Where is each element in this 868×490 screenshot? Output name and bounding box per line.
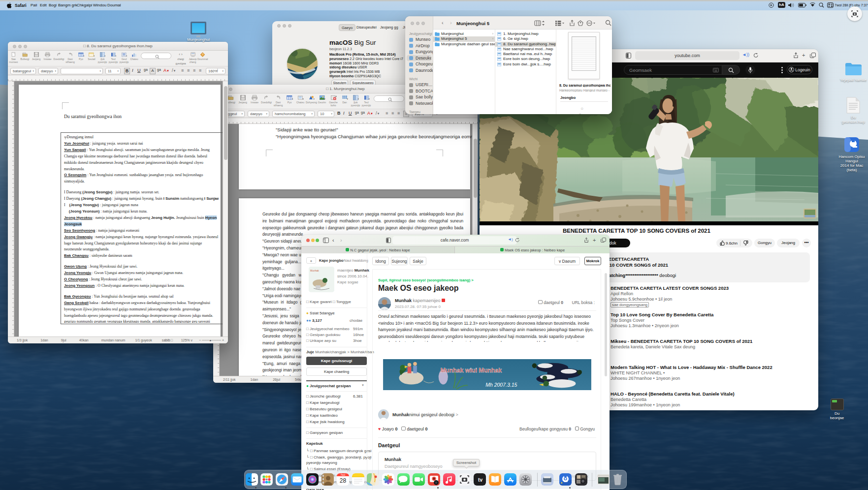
svg-text:Munhak: Munhak <box>310 269 319 272</box>
svg-text:tv: tv <box>478 477 482 483</box>
svg-text:7wol: 7wol <box>341 474 345 476</box>
svg-text:28: 28 <box>340 477 347 484</box>
svg-text:Mh 2007.3.15: Mh 2007.3.15 <box>485 382 517 388</box>
svg-text:Munhak wiui Munhak: Munhak wiui Munhak <box>441 367 502 374</box>
svg-text:?: ? <box>202 53 203 56</box>
